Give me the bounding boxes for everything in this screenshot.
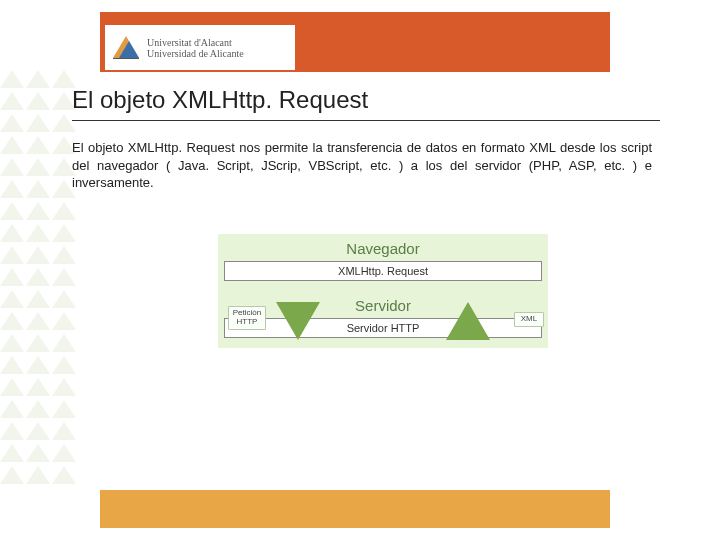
response-label-box: XML: [514, 312, 544, 327]
university-name-es: Universidad de Alicante: [147, 48, 244, 59]
arrows: [218, 296, 548, 346]
university-name-ca: Universitat d'Alacant: [147, 37, 244, 48]
browser-component: XMLHttp. Request: [224, 261, 542, 281]
title-rule: [72, 120, 660, 121]
slide-title: El objeto XMLHttp. Request: [72, 86, 652, 114]
browser-group: Navegador XMLHttp. Request: [218, 234, 548, 291]
footer-accent-bar: [100, 490, 610, 528]
arrow-up-icon: [446, 302, 490, 340]
university-name: Universitat d'Alacant Universidad de Ali…: [147, 37, 244, 59]
slide-body: El objeto XMLHttp. Request nos permite l…: [72, 139, 652, 192]
arrow-down-icon: [276, 302, 320, 340]
university-logo: Universitat d'Alacant Universidad de Ali…: [105, 25, 295, 70]
browser-label: Navegador: [224, 240, 542, 257]
logo-icon: [111, 33, 141, 63]
xhr-diagram: Navegador XMLHttp. Request Petición HTTP…: [218, 234, 548, 348]
